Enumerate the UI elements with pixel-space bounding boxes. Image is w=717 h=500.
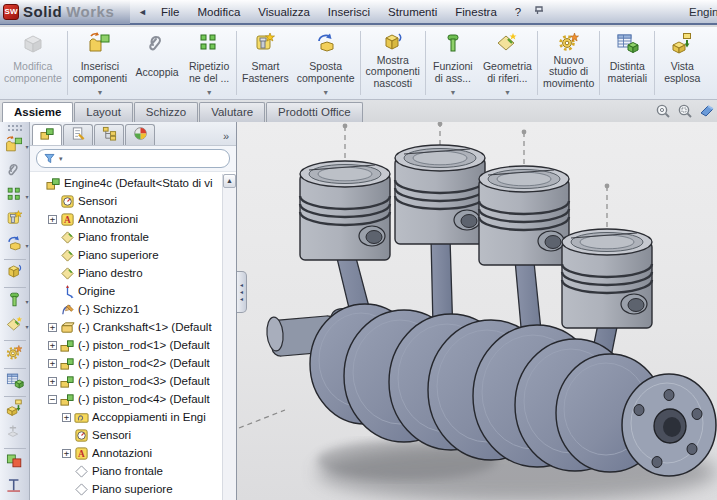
tree-item[interactable]: +AAnnotazioni — [30, 444, 236, 462]
menu-?[interactable]: ? — [507, 2, 529, 22]
expand-icon[interactable]: + — [48, 323, 57, 332]
menu-collapse-icon[interactable]: ◄ — [138, 7, 147, 17]
assembly-features-button[interactable]: Funzionidi ass...▼ — [427, 27, 479, 99]
mate-button[interactable]: Accoppia — [131, 27, 183, 99]
bom-button[interactable] — [1, 370, 29, 395]
dimension-check-button[interactable] — [1, 475, 29, 500]
menu-inserisci[interactable]: Inserisci — [320, 2, 378, 22]
expand-icon[interactable]: + — [62, 413, 71, 422]
tree-item[interactable]: +Accoppiamenti in Engi — [30, 408, 236, 426]
tree-item[interactable]: Sensori — [30, 192, 236, 210]
reference-geometry-button[interactable]: Geometriadi riferi...▼ — [479, 27, 536, 99]
tree-item[interactable]: Piano superiore — [30, 246, 236, 264]
tree-filter-input[interactable]: ▾ — [36, 149, 230, 168]
svg-text:A: A — [64, 215, 71, 225]
brand-name-bold: Solid — [23, 3, 62, 20]
filter-caret-icon[interactable]: ▾ — [59, 155, 63, 163]
flywheel-flange[interactable] — [622, 374, 716, 476]
dropdown-caret-icon[interactable]: ▼ — [322, 89, 329, 98]
motion-study-button[interactable] — [1, 342, 29, 367]
interference-button[interactable] — [1, 450, 29, 475]
dropdown-caret-icon[interactable]: ▼ — [449, 89, 456, 98]
dropdown-caret-icon[interactable]: ▼ — [206, 89, 213, 98]
exploded-view-button[interactable] — [1, 398, 29, 423]
panel-tab-configurationmanager[interactable] — [94, 124, 124, 145]
toolbar-separator — [4, 340, 26, 341]
tab-schizzo[interactable]: Schizzo — [134, 102, 198, 122]
tab-layout[interactable]: Layout — [74, 102, 133, 122]
zoom-to-fit-icon[interactable] — [655, 103, 671, 123]
show-hidden-button[interactable] — [1, 261, 29, 286]
edit-component-button[interactable]: Modificacomponente — [0, 27, 66, 99]
tree-item[interactable]: +AAnnotazioni — [30, 210, 236, 228]
tree-item[interactable]: Piano frontale — [30, 462, 236, 480]
dropdown-caret-icon[interactable]: ▾ — [25, 193, 28, 200]
panel-overflow-chevron[interactable]: » — [223, 130, 234, 145]
bom-button[interactable]: Distintamateriali — [601, 27, 653, 99]
assembly-features-button[interactable]: ▾ — [1, 289, 29, 314]
pin-icon[interactable] — [533, 3, 547, 21]
dimxpertmanager-icon — [133, 126, 148, 145]
expand-icon[interactable]: + — [48, 359, 57, 368]
tree-item[interactable]: Origine — [30, 282, 236, 300]
dropdown-caret-icon[interactable]: ▼ — [96, 89, 103, 98]
panel-splitter-handle[interactable]: ◄◄◄ — [237, 271, 247, 313]
exploded-view-button[interactable]: Vistaesplosa — [656, 27, 708, 99]
tree-item[interactable]: Piano destro — [30, 264, 236, 282]
tree-item[interactable]: Engine4c (Default<Stato di vi — [30, 174, 236, 192]
dropdown-caret-icon[interactable]: ▾ — [25, 323, 28, 330]
dropdown-caret-icon[interactable]: ▾ — [25, 298, 28, 305]
show-hidden-button[interactable]: Mostracomponentinascosti — [362, 27, 424, 99]
panel-tab-featuremanager[interactable] — [32, 124, 62, 145]
tab-valutare[interactable]: Valutare — [199, 102, 265, 122]
tree-item[interactable]: (-) Schizzo1 — [30, 300, 236, 318]
reference-geometry-button[interactable]: ▾ — [1, 314, 29, 339]
tree-item[interactable]: +(-) piston_rod<1> (Default — [30, 336, 236, 354]
tree-item[interactable]: +(-) Crankshaft<1> (Default — [30, 318, 236, 336]
origin-icon — [60, 284, 75, 299]
smart-fasteners-button[interactable] — [1, 209, 29, 234]
menu-visualizza[interactable]: Visualizza — [250, 2, 318, 22]
tree-item[interactable]: +(-) piston_rod<3> (Default — [30, 372, 236, 390]
tree-item[interactable]: Piano superiore — [30, 480, 236, 498]
insert-components-button[interactable]: ▾ — [1, 134, 29, 159]
menu-file[interactable]: File — [153, 2, 188, 22]
explode-line-sketch-button[interactable] — [1, 422, 29, 447]
linear-pattern-button[interactable]: Ripetizione del ...▼ — [183, 27, 235, 99]
insert-components-button[interactable]: Inseriscicomponenti▼ — [69, 27, 131, 99]
tree-item[interactable]: −(-) piston_rod<4> (Default — [30, 390, 236, 408]
tab-assieme[interactable]: Assieme — [2, 102, 73, 122]
tree-item[interactable]: +(-) piston_rod<2> (Default — [30, 354, 236, 372]
tree-scrollbar[interactable]: ▲ — [222, 174, 236, 500]
move-component-button[interactable]: Spostacomponente▼ — [293, 27, 359, 99]
expand-icon[interactable]: + — [48, 341, 57, 350]
motion-study-button[interactable]: Nuovostudio dimovimento — [539, 27, 598, 99]
panel-tab-dimxpertmanager[interactable] — [125, 124, 155, 145]
expand-icon[interactable]: + — [62, 449, 71, 458]
menu-modifica[interactable]: Modifica — [189, 2, 248, 22]
mate-button[interactable] — [1, 159, 29, 184]
view-settings-icon[interactable] — [699, 103, 715, 123]
move-component-button[interactable]: ▾ — [1, 233, 29, 258]
dropdown-caret-icon[interactable]: ▾ — [25, 143, 28, 150]
collapse-icon[interactable]: − — [48, 395, 57, 404]
engine-assembly-model[interactable] — [237, 122, 717, 500]
menu-strumenti[interactable]: Strumenti — [380, 2, 445, 22]
tree-item[interactable]: Sensori — [30, 426, 236, 444]
dropdown-caret-icon[interactable]: ▾ — [25, 242, 28, 249]
graphics-viewport[interactable] — [237, 122, 717, 500]
ribbon-separator — [360, 31, 361, 95]
expand-icon[interactable]: + — [48, 215, 57, 224]
smart-fasteners-button[interactable]: SmartFasteners — [238, 27, 293, 99]
tree-item[interactable]: Piano frontale — [30, 228, 236, 246]
toolbar-grip[interactable] — [7, 124, 23, 132]
dropdown-caret-icon[interactable]: ▼ — [504, 89, 511, 98]
menu-finestra[interactable]: Finestra — [447, 2, 505, 22]
plane-plain-icon — [74, 482, 89, 497]
zoom-to-area-icon[interactable] — [677, 103, 693, 123]
tab-prodotti-office[interactable]: Prodotti Office — [266, 102, 363, 122]
panel-tab-propertymanager[interactable] — [63, 124, 93, 145]
linear-pattern-button[interactable]: ▾ — [1, 184, 29, 209]
scroll-up-button[interactable]: ▲ — [223, 174, 236, 188]
expand-icon[interactable]: + — [48, 377, 57, 386]
